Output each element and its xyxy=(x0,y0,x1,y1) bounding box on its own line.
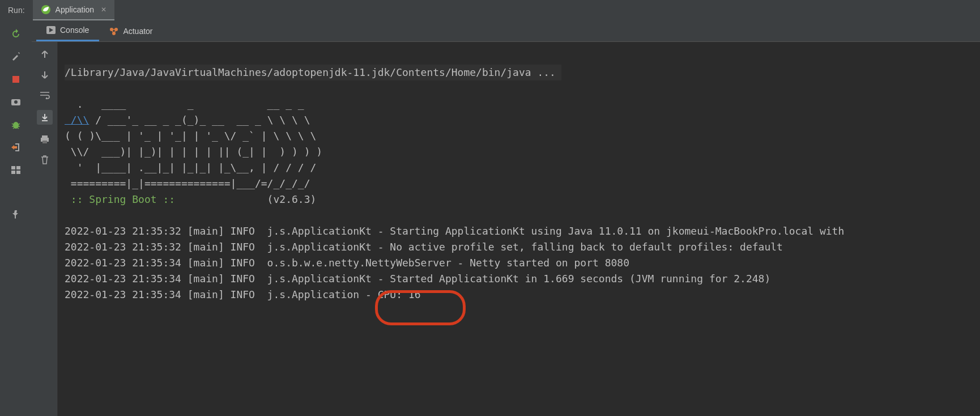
console-toolbar xyxy=(32,42,58,416)
tab-actuator-label: Actuator xyxy=(123,27,152,36)
svg-rect-7 xyxy=(11,171,15,174)
scroll-up-button[interactable] xyxy=(39,49,50,60)
tab-console-label: Console xyxy=(60,26,89,35)
banner-line: ( ( )\___ | '_ | '_| | '_ \/ _` | \ \ \ … xyxy=(65,130,316,142)
svg-rect-6 xyxy=(16,166,20,169)
panel-label: Run: xyxy=(0,0,33,20)
log-line: 2022-01-23 21:35:34 [main] INFO j.s.Appl… xyxy=(65,288,421,300)
soft-wrap-button[interactable] xyxy=(39,90,50,101)
scroll-to-end-button[interactable] xyxy=(37,110,53,125)
log-line: 2022-01-23 21:35:32 [main] INFO j.s.Appl… xyxy=(65,241,783,253)
banner-line: . ____ _ __ _ _ xyxy=(65,98,304,110)
clear-all-button[interactable] xyxy=(39,154,50,165)
highlight-annotation xyxy=(375,290,466,325)
layout-button[interactable] xyxy=(10,164,22,176)
console-output[interactable]: /Library/Java/JavaVirtualMachines/adopto… xyxy=(58,42,980,416)
exit-button[interactable] xyxy=(10,142,22,153)
banner-link[interactable]: /\\ xyxy=(65,114,89,126)
actuator-icon xyxy=(109,27,118,36)
banner-line: ' |____| .__|_| |_|_| |_\__, | / / / / xyxy=(65,162,316,173)
scroll-down-button[interactable] xyxy=(39,69,50,80)
banner-line: =========|_|==============|___/=/_/_/_/ xyxy=(65,177,310,189)
svg-rect-1 xyxy=(12,76,19,83)
edit-config-button[interactable] xyxy=(10,51,22,62)
log-line: 2022-01-23 21:35:34 [main] INFO o.s.b.w.… xyxy=(65,257,629,269)
svg-point-3 xyxy=(14,100,18,104)
spring-boot-version: (v2.6.3) xyxy=(181,193,316,205)
banner-line: \\/ ___)| |_)| | | | | || (_| | ) ) ) ) xyxy=(65,146,322,158)
tab-actuator[interactable]: Actuator xyxy=(99,20,163,41)
tab-console[interactable]: Console xyxy=(36,20,99,41)
svg-rect-8 xyxy=(16,171,20,174)
attach-debugger-button[interactable] xyxy=(10,119,22,130)
left-tool-rail xyxy=(0,20,32,416)
rerun-button[interactable] xyxy=(10,28,22,40)
banner-line: / ___'_ __ _ _(_)_ __ __ _ \ \ \ \ xyxy=(89,114,310,126)
close-icon[interactable]: ✕ xyxy=(99,6,106,14)
run-config-title: Application xyxy=(56,5,95,14)
stop-button[interactable] xyxy=(10,74,22,85)
log-line: 2022-01-23 21:35:34 [main] INFO j.s.Appl… xyxy=(65,273,770,285)
run-config-tab[interactable]: Application ✕ xyxy=(33,0,115,20)
spring-leaf-icon xyxy=(41,5,51,15)
svg-rect-15 xyxy=(42,141,47,143)
svg-rect-13 xyxy=(42,135,48,138)
tool-tabstrip: Console Actuator xyxy=(32,20,980,42)
command-line: /Library/Java/JavaVirtualMachines/adopto… xyxy=(65,65,561,80)
spring-boot-label: :: Spring Boot :: xyxy=(65,193,181,205)
print-button[interactable] xyxy=(39,134,50,145)
pin-button[interactable] xyxy=(10,209,22,220)
svg-rect-5 xyxy=(11,166,15,169)
dump-threads-button[interactable] xyxy=(10,96,22,108)
run-topbar: Run: Application ✕ xyxy=(0,0,980,20)
log-line: 2022-01-23 21:35:32 [main] INFO j.s.Appl… xyxy=(65,225,844,237)
play-icon xyxy=(46,26,56,34)
